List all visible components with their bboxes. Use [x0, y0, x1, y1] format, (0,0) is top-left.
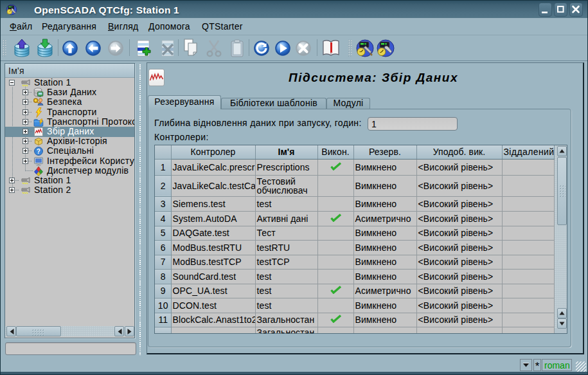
svg-text:?: ? [37, 148, 40, 155]
